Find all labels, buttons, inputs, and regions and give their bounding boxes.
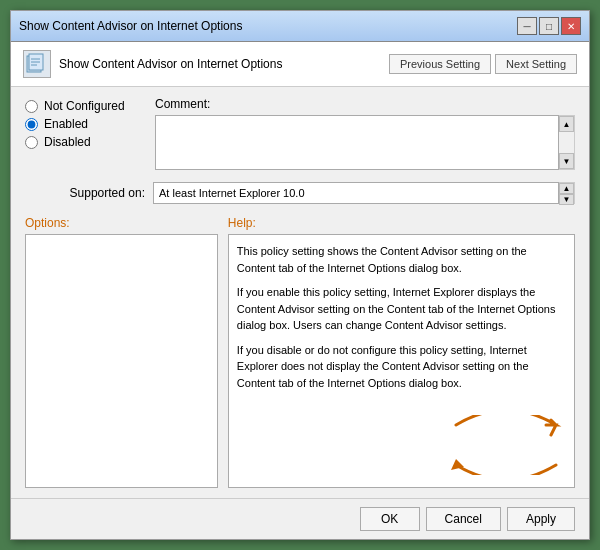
not-configured-row: Not Configured	[25, 99, 155, 113]
dialog-title: Show Content Advisor on Internet Options	[59, 57, 282, 71]
window-controls: ─ □ ✕	[517, 17, 581, 35]
comment-scrollbar: ▲ ▼	[559, 115, 575, 170]
title-bar: Show Content Advisor on Internet Options…	[11, 11, 589, 42]
supported-row: Supported on: At least Internet Explorer…	[25, 182, 575, 204]
content-area: Not Configured Enabled Disabled Comment:	[11, 87, 589, 498]
dialog-header: Show Content Advisor on Internet Options…	[11, 42, 589, 87]
help-label: Help:	[228, 216, 575, 230]
nav-buttons: Previous Setting Next Setting	[389, 54, 577, 74]
dialog-header-left: Show Content Advisor on Internet Options	[23, 50, 282, 78]
supported-scrollbar: ▲ ▼	[559, 182, 575, 204]
help-paragraph-3: If you disable or do not configure this …	[237, 342, 566, 392]
disabled-radio[interactable]	[25, 136, 38, 149]
options-box	[25, 234, 218, 488]
next-setting-button[interactable]: Next Setting	[495, 54, 577, 74]
not-configured-radio[interactable]	[25, 100, 38, 113]
supported-scroll-up[interactable]: ▲	[559, 183, 574, 194]
supported-value: At least Internet Explorer 10.0	[153, 182, 559, 204]
help-box: This policy setting shows the Content Ad…	[228, 234, 575, 488]
cancel-button[interactable]: Cancel	[426, 507, 501, 531]
close-button[interactable]: ✕	[561, 17, 581, 35]
bottom-bar: OK Cancel Apply	[11, 498, 589, 539]
supported-scroll-down[interactable]: ▼	[559, 194, 574, 205]
apply-button[interactable]: Apply	[507, 507, 575, 531]
not-configured-label: Not Configured	[44, 99, 125, 113]
comment-section: Comment: ▲ ▼	[155, 97, 575, 170]
enabled-label: Enabled	[44, 117, 88, 131]
minimize-button[interactable]: ─	[517, 17, 537, 35]
main-window: Show Content Advisor on Internet Options…	[10, 10, 590, 540]
comment-label: Comment:	[155, 97, 210, 111]
help-paragraph-1: This policy setting shows the Content Ad…	[237, 243, 566, 276]
enabled-radio[interactable]	[25, 118, 38, 131]
previous-setting-button[interactable]: Previous Setting	[389, 54, 491, 74]
scroll-down-arrow[interactable]: ▼	[559, 153, 574, 169]
options-label: Options:	[25, 216, 218, 230]
disabled-label: Disabled	[44, 135, 91, 149]
enabled-row: Enabled	[25, 117, 155, 131]
options-column: Options:	[25, 216, 218, 488]
help-column: Help: This policy setting shows the Cont…	[228, 216, 575, 488]
policy-icon	[23, 50, 51, 78]
window-title: Show Content Advisor on Internet Options	[19, 19, 242, 33]
arrow-decoration	[446, 415, 566, 475]
supported-label: Supported on:	[25, 186, 145, 200]
maximize-button[interactable]: □	[539, 17, 559, 35]
comment-textarea[interactable]	[155, 115, 559, 170]
disabled-row: Disabled	[25, 135, 155, 149]
scroll-up-arrow[interactable]: ▲	[559, 116, 574, 132]
help-paragraph-2: If you enable this policy setting, Inter…	[237, 284, 566, 334]
options-help-area: Options: Help: This policy setting shows…	[25, 216, 575, 488]
radio-section: Not Configured Enabled Disabled	[25, 97, 155, 170]
ok-button[interactable]: OK	[360, 507, 420, 531]
